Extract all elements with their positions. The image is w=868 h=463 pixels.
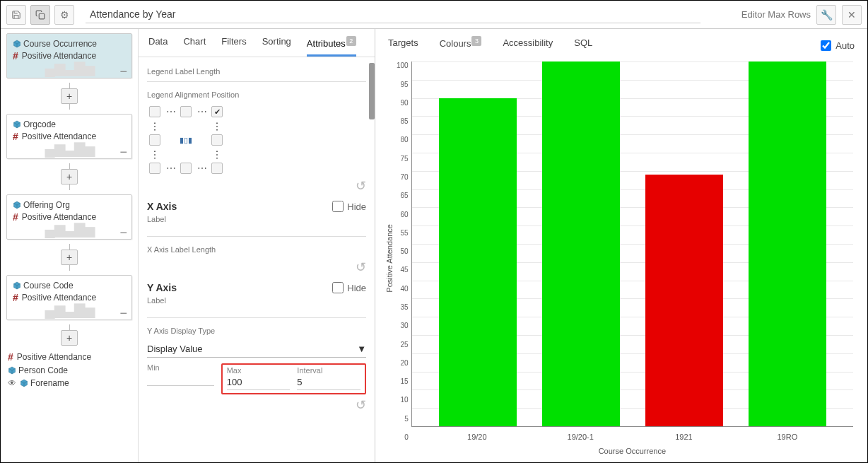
close-icon: ✕ (848, 9, 856, 20)
dimension-label: Course Occurrence (23, 39, 97, 49)
y-tick-label: 85 (397, 117, 409, 125)
align-dots: ⋯ (197, 106, 206, 117)
copy-icon (35, 10, 45, 20)
dimension-label: Offering Org (23, 200, 70, 210)
close-icon-button[interactable]: ✕ (842, 5, 862, 25)
align-dots: ⋯ (197, 163, 206, 174)
y-tick-label: 100 (397, 61, 409, 69)
reset-y-axis-icon[interactable]: ↺ (356, 398, 366, 412)
y-tick-label: 40 (397, 285, 409, 293)
y-tick-label: 95 (397, 81, 409, 88)
align-top-right[interactable] (211, 106, 223, 117)
chart-faded-icon: ▄▆▃▇▅ (13, 221, 126, 238)
x-axis-label-length-label: X Axis Label Length (147, 245, 366, 254)
config-scrollbar[interactable] (369, 63, 375, 119)
hash-icon: # (13, 50, 18, 61)
y-min-input[interactable] (147, 372, 214, 386)
copy-icon-button[interactable] (30, 5, 50, 25)
chart-thumbnail-icon: ▮▯▮ (180, 136, 192, 145)
y-axis-hide-checkbox[interactable]: Hide (332, 282, 366, 293)
chart-bar[interactable] (645, 175, 723, 426)
bottom-attribute-row[interactable]: 👁Forename (8, 377, 131, 389)
chart-tab-sql[interactable]: SQL (574, 37, 592, 54)
collapse-button[interactable]: − (119, 228, 127, 237)
config-tab-filters[interactable]: Filters (221, 36, 246, 57)
attribute-label: Person Code (18, 365, 68, 375)
align-dots: ⋯ (149, 122, 160, 130)
chart-title-input[interactable] (86, 6, 700, 23)
save-icon (11, 10, 21, 20)
attribute-label: Forename (30, 378, 69, 388)
x-tick-label: 1921 (645, 433, 723, 441)
cube-icon (13, 120, 20, 129)
cube-icon (13, 201, 20, 210)
chart-bar[interactable] (439, 98, 517, 426)
save-icon-button[interactable] (6, 5, 26, 25)
add-level-button[interactable]: + (61, 250, 78, 265)
y-tick-label: 55 (397, 229, 409, 237)
align-bot-center[interactable] (180, 163, 192, 174)
y-tick-label: 35 (397, 303, 409, 311)
align-top-left[interactable] (149, 106, 160, 117)
y-tick-label: 5 (397, 415, 409, 423)
add-level-button[interactable]: + (61, 88, 78, 104)
auto-label: Auto (835, 40, 855, 51)
hierarchy-card[interactable]: Orgcode#Positive Attendance▄▆▃▇▅− (6, 114, 132, 159)
y-axis-display-type-select[interactable]: Display Value ▼ (147, 341, 366, 358)
collapse-button[interactable]: − (119, 67, 127, 76)
align-bot-right[interactable] (211, 163, 223, 174)
y-max-label: Max (227, 366, 291, 375)
settings-icon-button[interactable]: ⚙ (54, 5, 74, 25)
config-tab-data[interactable]: Data (148, 36, 168, 57)
align-top-center[interactable] (180, 106, 192, 117)
chart-bar[interactable] (749, 61, 826, 426)
cube-icon (8, 366, 15, 375)
collapse-button[interactable]: − (119, 309, 127, 317)
align-mid-right[interactable] (211, 134, 223, 146)
hierarchy-card[interactable]: Course Code#Positive Attendance▄▆▃▇▅− (6, 275, 132, 320)
align-dots: ⋯ (211, 150, 223, 158)
bottom-attribute-row[interactable]: Person Code (8, 364, 131, 377)
y-interval-label: Interval (297, 366, 360, 375)
wrench-icon-button[interactable]: 🔧 (816, 5, 836, 25)
reset-legend-icon[interactable]: ↺ (356, 179, 366, 193)
align-dots: ⋯ (149, 150, 160, 158)
y-tick-label: 15 (397, 377, 409, 385)
align-mid-left[interactable] (149, 134, 160, 146)
x-tick-label: 19/20-1 (541, 433, 619, 441)
x-axis-hide-checkbox[interactable]: Hide (332, 201, 366, 212)
y-axis-display-type-label: Y Axis Display Type (147, 327, 366, 335)
auto-checkbox[interactable]: Auto (821, 40, 855, 51)
add-level-button[interactable]: + (61, 330, 78, 346)
y-axis-section-title: Y Axis (147, 282, 177, 293)
hide-label: Hide (347, 283, 366, 293)
config-tab-attributes[interactable]: Attributes2 (307, 36, 356, 57)
config-tab-sorting[interactable]: Sorting (262, 36, 291, 57)
add-level-button[interactable]: + (61, 169, 78, 184)
y-tick-label: 65 (397, 192, 409, 199)
chart-tab-targets[interactable]: Targets (388, 37, 418, 54)
hash-icon: # (8, 351, 13, 363)
wrench-icon: 🔧 (821, 9, 833, 20)
hierarchy-card[interactable]: Offering Org#Positive Attendance▄▆▃▇▅− (6, 194, 132, 240)
reset-x-axis-icon[interactable]: ↺ (356, 260, 366, 274)
y-tick-label: 20 (397, 359, 409, 367)
y-max-input[interactable]: 100 (227, 375, 291, 390)
editor-max-rows-input[interactable] (712, 9, 811, 20)
chart-tab-accessibility[interactable]: Accessibility (503, 37, 553, 54)
config-tab-chart[interactable]: Chart (183, 36, 206, 57)
hash-icon: # (13, 211, 18, 223)
align-bot-left[interactable] (149, 163, 160, 174)
hierarchy-card[interactable]: Course Occurrence#Positive Attendance▄▆▃… (6, 33, 132, 78)
chart-tab-colours[interactable]: Colours3 (440, 36, 482, 54)
collapse-button[interactable]: − (119, 148, 127, 156)
bottom-attribute-row[interactable]: #Positive Attendance (8, 350, 131, 364)
chart-faded-icon: ▄▆▃▇▅ (13, 140, 126, 157)
y-interval-input[interactable]: 5 (297, 375, 360, 390)
dimension-label: Course Code (23, 281, 74, 291)
chart-bar[interactable] (542, 61, 620, 426)
y-tick-label: 45 (397, 266, 409, 274)
chart-plot-area (411, 61, 853, 427)
cube-icon (13, 281, 20, 291)
legend-alignment-position-label: Legend Alignment Position (147, 90, 366, 99)
